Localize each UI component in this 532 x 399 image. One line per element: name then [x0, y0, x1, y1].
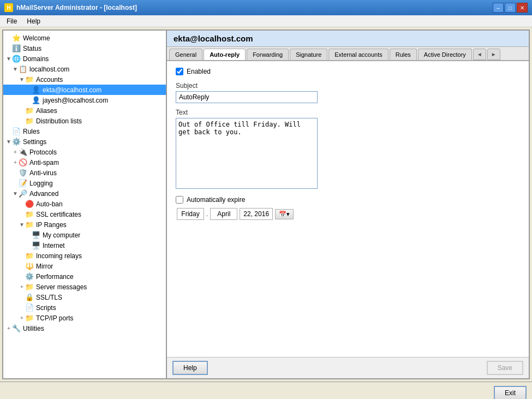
tab-scroll-right[interactable]: ►	[487, 49, 500, 60]
help-button[interactable]: Help	[172, 361, 208, 375]
tree-node-label: Performance	[36, 273, 74, 281]
tree-item-logging[interactable]: 📝Logging	[3, 178, 166, 188]
close-button[interactable]: ✕	[517, 3, 528, 13]
tree-node-label: Utilities	[23, 325, 44, 332]
tree-item-aliases[interactable]: 📁Aliases	[3, 105, 166, 116]
tree-node-icon: 📝	[19, 179, 27, 187]
tree-node-icon: 🔱	[25, 262, 34, 270]
tab-activedirectory[interactable]: Active Directory	[418, 49, 472, 60]
subject-input[interactable]	[176, 91, 318, 103]
tree-expand-icon[interactable]: ▼	[12, 66, 19, 72]
tree-node-icon: 📋	[19, 65, 27, 73]
tree-item-accounts[interactable]: ▼📁Accounts	[3, 74, 166, 85]
tree-item-ipranges[interactable]: ▼📁IP Ranges	[3, 219, 166, 230]
date-month[interactable]: April	[210, 208, 237, 220]
tree-expand-icon[interactable]: ▼	[19, 76, 25, 82]
app-icon: H	[4, 3, 13, 12]
tree-node-label: Rules	[23, 128, 40, 135]
tree-expand-icon[interactable]: ▼	[19, 222, 25, 228]
date-picker-button[interactable]: 📅▾	[275, 209, 294, 219]
tree-node-label: Advanced	[29, 190, 58, 198]
tree-item-settings[interactable]: ▼⚙️Settings	[3, 136, 166, 147]
tree-item-autoban[interactable]: 🔴Auto-ban	[3, 199, 166, 209]
tree-node-label: Anti-spam	[29, 159, 59, 166]
tree-item-rules[interactable]: 📄Rules	[3, 126, 166, 136]
tab-externalaccounts[interactable]: External accounts	[328, 49, 388, 60]
tree-node-label: Settings	[23, 138, 46, 146]
tree-node-icon: 🌐	[12, 55, 21, 63]
tab-scroll-left[interactable]: ◄	[473, 49, 486, 60]
menu-help[interactable]: Help	[22, 16, 45, 26]
tree-node-label: SSL certificates	[36, 211, 81, 218]
tree-item-domains[interactable]: ▼🌐Domains	[3, 53, 166, 64]
tree-node-icon: 📁	[25, 252, 34, 260]
tabs-bar: General Auto-reply Forwarding Signature …	[167, 47, 529, 61]
tree-node-label: TCP/IP ports	[36, 314, 73, 322]
expire-label[interactable]: Automatically expire	[187, 196, 245, 204]
tree-node-icon: 🔎	[19, 189, 27, 198]
enabled-label[interactable]: Enabled	[187, 68, 211, 75]
tree-node-icon: 🔴	[25, 200, 34, 208]
tree-expand-icon[interactable]: +	[12, 149, 19, 155]
bottom-bar: Help Save	[167, 357, 529, 378]
tree-node-icon: 📁	[25, 210, 34, 218]
tree-node-label: Incoming relays	[36, 252, 82, 260]
tree-node-label: jayesh@localhost.com	[43, 97, 108, 104]
menu-file[interactable]: File	[2, 16, 21, 26]
save-button[interactable]: Save	[487, 361, 523, 375]
tree-node-label: SSL/TLS	[36, 294, 62, 301]
tree-item-mycomputer[interactable]: 🖥️My computer	[3, 230, 166, 240]
enabled-checkbox[interactable]	[176, 68, 183, 75]
tab-rules[interactable]: Rules	[390, 49, 417, 60]
tree-expand-icon[interactable]: +	[12, 159, 19, 165]
minimize-button[interactable]: –	[493, 3, 504, 13]
tab-signature[interactable]: Signature	[290, 49, 327, 60]
tree-item-internet[interactable]: 🖥️Internet	[3, 240, 166, 251]
tree-expand-icon[interactable]: ▼	[12, 190, 19, 196]
tree-expand-icon[interactable]: +	[19, 315, 25, 321]
expire-checkbox[interactable]	[176, 196, 183, 204]
tree-node-label: ekta@localhost.com	[43, 86, 101, 94]
date-day[interactable]: Friday	[177, 208, 204, 220]
account-header: ekta@localhost.com	[167, 31, 529, 47]
tree-item-ssltls[interactable]: 🔒SSL/TLS	[3, 292, 166, 302]
maximize-button[interactable]: □	[505, 3, 516, 13]
tree-node-icon: ⚙️	[25, 272, 34, 281]
tree-item-mirror[interactable]: 🔱Mirror	[3, 261, 166, 271]
tree-item-scripts[interactable]: 📄Scripts	[3, 302, 166, 313]
tree-node-icon: 📁	[25, 221, 34, 229]
tree-expand-icon[interactable]: ▼	[5, 139, 12, 145]
tree-expand-icon[interactable]: +	[19, 284, 25, 290]
tab-autoreply[interactable]: Auto-reply	[204, 49, 246, 61]
date-num[interactable]: 22, 2016	[240, 208, 273, 220]
tree-item-sslcerts[interactable]: 📁SSL certificates	[3, 209, 166, 219]
tree-item-performance[interactable]: ⚙️Performance	[3, 271, 166, 282]
tree-item-welcome[interactable]: ⭐Welcome	[3, 33, 166, 43]
tree-item-localhost-com[interactable]: ▼📋localhost.com	[3, 64, 166, 74]
tree-item-distlists[interactable]: 📁Distribution lists	[3, 116, 166, 126]
tree-item-antivirus[interactable]: 🛡️Anti-virus	[3, 168, 166, 178]
tree-node-icon: 📁	[25, 283, 34, 291]
text-textarea[interactable]: Out of Office till Friday. Will get back…	[176, 118, 318, 189]
subject-label: Subject	[176, 82, 520, 90]
tree-node-icon: 👤	[32, 86, 40, 94]
window-title: hMailServer Administrator - [localhost]	[16, 4, 137, 11]
content-area: Enabled Subject Text Out of Office till …	[167, 61, 529, 357]
tab-forwarding[interactable]: Forwarding	[247, 49, 289, 60]
tree-item-jayesh[interactable]: 👤jayesh@localhost.com	[3, 95, 166, 105]
tree-item-incomingrelays[interactable]: 📁Incoming relays	[3, 251, 166, 261]
tree-item-servermessages[interactable]: +📁Server messages	[3, 282, 166, 292]
tree-expand-icon[interactable]: +	[5, 325, 12, 331]
tree-item-status[interactable]: ℹ️Status	[3, 43, 166, 53]
tree-item-antispam[interactable]: +🚫Anti-spam	[3, 157, 166, 168]
exit-button[interactable]: Exit	[494, 386, 527, 400]
tree-item-advanced[interactable]: ▼🔎Advanced	[3, 188, 166, 199]
tree-expand-icon[interactable]: ▼	[5, 56, 12, 62]
tab-general[interactable]: General	[169, 49, 202, 60]
tree-item-protocols[interactable]: +🔌Protocols	[3, 147, 166, 157]
tree-item-utilities[interactable]: +🔧Utilities	[3, 323, 166, 334]
tree-item-tcpports[interactable]: +📁TCP/IP ports	[3, 313, 166, 323]
tree-node-icon: 🔌	[19, 148, 27, 156]
subject-section: Subject	[176, 82, 520, 103]
tree-item-ekta[interactable]: 👤ekta@localhost.com	[3, 85, 166, 95]
